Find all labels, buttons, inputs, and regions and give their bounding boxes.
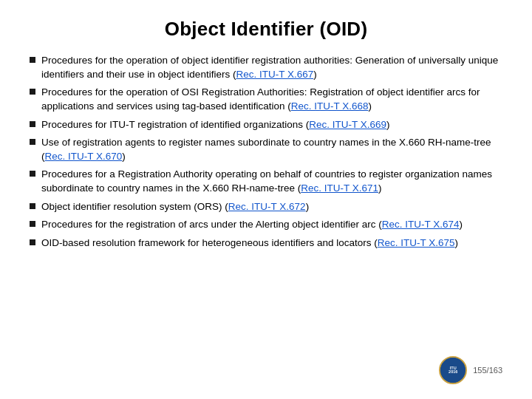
page-number: 155/163 — [473, 366, 502, 375]
bullet-text: Procedures for the operation of OSI Regi… — [41, 86, 502, 113]
page-title: Object Identifier (OID) — [30, 18, 502, 41]
slide: Object Identifier (OID) Procedures for t… — [0, 0, 532, 399]
bullet-text: Use of registration agents to register n… — [41, 136, 502, 163]
footer: ITU2016 155/163 — [30, 356, 502, 384]
list-item: OID-based resolution framework for heter… — [30, 236, 502, 250]
reference-link[interactable]: Rec. ITU-T X.674 — [382, 219, 460, 230]
bullet-list: Procedures for the operation of object i… — [30, 54, 502, 352]
bullet-square-icon — [30, 139, 35, 145]
list-item: Procedures for the registration of arcs … — [30, 218, 502, 232]
reference-link[interactable]: Rec. ITU-T X.672 — [228, 201, 306, 212]
reference-link[interactable]: Rec. ITU-T X.675 — [378, 237, 455, 248]
bullet-square-icon — [30, 203, 35, 209]
bullet-text: Object identifier resolution system (ORS… — [41, 200, 502, 214]
reference-link[interactable]: Rec. ITU-T X.669 — [309, 119, 386, 130]
reference-link[interactable]: Rec. ITU-T X.670 — [45, 151, 123, 162]
list-item: Object identifier resolution system (ORS… — [30, 200, 502, 214]
list-item: Use of registration agents to register n… — [30, 136, 502, 163]
bullet-square-icon — [30, 239, 35, 245]
bullet-text: Procedures for the registration of arcs … — [41, 218, 502, 232]
reference-link[interactable]: Rec. ITU-T X.671 — [301, 183, 378, 194]
list-item: Procedures for the operation of OSI Regi… — [30, 86, 502, 113]
bullet-text: Procedures for a Registration Authority … — [41, 168, 502, 195]
bullet-text: OID-based resolution framework for heter… — [41, 236, 502, 250]
list-item: Procedures for a Registration Authority … — [30, 168, 502, 195]
bullet-square-icon — [30, 221, 35, 227]
bullet-square-icon — [30, 121, 35, 127]
itu-logo: ITU2016 — [439, 356, 467, 384]
bullet-square-icon — [30, 57, 35, 63]
reference-link[interactable]: Rec. ITU-T X.667 — [236, 69, 313, 80]
list-item: Procedures for ITU-T registration of ide… — [30, 118, 502, 132]
bullet-square-icon — [30, 89, 35, 95]
list-item: Procedures for the operation of object i… — [30, 54, 502, 81]
logo-text: ITU2016 — [449, 366, 457, 375]
bullet-square-icon — [30, 171, 35, 177]
bullet-text: Procedures for the operation of object i… — [41, 54, 502, 81]
reference-link[interactable]: Rec. ITU-T X.668 — [291, 100, 369, 112]
bullet-text: Procedures for ITU-T registration of ide… — [41, 118, 502, 132]
